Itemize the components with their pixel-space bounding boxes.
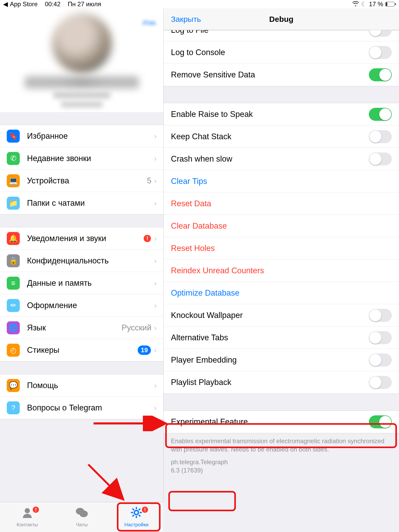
debug-row[interactable]: Remove Sensitive Data [164, 64, 399, 86]
settings-row-sticker[interactable]: ◴Стикеры19› [0, 339, 163, 361]
battery-icon [385, 2, 396, 6]
debug-row[interactable]: Reset Holes [164, 237, 399, 260]
db-icon: ≡ [7, 277, 20, 290]
debug-row[interactable]: Reindex Unread Counters [164, 260, 399, 282]
row-label: Папки с чатами [27, 198, 154, 208]
settings-row-phone[interactable]: ✆Недавние звонки› [0, 147, 163, 170]
settings-row-brush[interactable]: ✏︎Оформление› [0, 294, 163, 317]
svg-line-11 [132, 515, 134, 516]
debug-row[interactable]: Clear Database [164, 215, 399, 237]
toggle-switch[interactable] [369, 331, 392, 344]
contacts-icon [21, 507, 33, 521]
settings-row-bell[interactable]: 🔔Уведомления и звуки!› [0, 227, 163, 250]
back-to-app-icon[interactable]: ◀ [3, 1, 8, 8]
settings-row-lock[interactable]: 🔒Конфиденциальность› [0, 250, 163, 272]
row-label: Enable Raise to Speak [171, 110, 369, 119]
row-label: Clear Tips [171, 177, 392, 186]
row-label: Язык [27, 323, 122, 332]
toggle-switch[interactable] [369, 309, 392, 322]
toggle-switch[interactable] [369, 152, 392, 165]
status-time: 00:42 [45, 1, 61, 8]
status-bar: ◀ App Store 00:42 Пн 27 июля ☾ 17 % [0, 0, 399, 8]
debug-row[interactable]: Keep Chat Stack [164, 125, 399, 148]
chevron-right-icon: › [154, 381, 157, 390]
close-button[interactable]: Закрыть [171, 15, 201, 24]
settings-row-globe[interactable]: 🌐ЯзыкРусский› [0, 317, 163, 339]
debug-row[interactable]: Knockout Wallpaper [164, 304, 399, 327]
row-label: Данные и память [27, 278, 154, 288]
settings-row-chat[interactable]: 💬Помощь› [0, 374, 163, 397]
row-label: Reset Data [171, 199, 392, 208]
debug-row[interactable]: Optimize Database [164, 282, 399, 304]
toggle-switch[interactable] [369, 30, 392, 37]
row-label: Reindex Unread Counters [171, 266, 392, 275]
chevron-right-icon: › [154, 234, 157, 243]
row-label: Optimize Database [171, 288, 392, 298]
settings-row-laptop[interactable]: 💻Устройства5› [0, 170, 163, 192]
settings-master-pane: Изм. 🔖Избранное›✆Недавние звонки›💻Устрой… [0, 8, 164, 532]
settings-row-bookmark[interactable]: 🔖Избранное› [0, 125, 163, 147]
tab-label: Настройки [124, 522, 148, 528]
tab-chats[interactable]: Чаты [62, 507, 101, 528]
toggle-switch[interactable] [369, 46, 392, 59]
row-label: Clear Database [171, 221, 392, 231]
chevron-right-icon: › [154, 256, 157, 265]
row-label: Вопросы о Telegram [27, 403, 154, 413]
debug-row[interactable]: Clear Tips [164, 170, 399, 192]
settings-row-question[interactable]: ?Вопросы о Telegram› [0, 397, 163, 419]
debug-row[interactable]: Alternative Tabs [164, 327, 399, 349]
badge-icon: ! [141, 506, 149, 513]
tab-contacts[interactable]: ! Контакты [8, 507, 47, 528]
settings-row-db[interactable]: ≡Данные и память› [0, 272, 163, 294]
row-detail: Русский [122, 323, 151, 332]
toggle-switch[interactable] [369, 68, 392, 81]
row-label: Reset Holes [171, 244, 392, 253]
lock-icon: 🔒 [7, 254, 20, 267]
back-to-app-label[interactable]: App Store [10, 1, 38, 8]
row-label: Playlist Playback [171, 378, 369, 387]
row-label: Уведомления и звуки [27, 234, 144, 243]
wifi-icon [352, 1, 359, 8]
row-label: Устройства [27, 176, 147, 185]
edit-button[interactable]: Изм. [143, 19, 157, 27]
debug-row[interactable]: Crash when slow [164, 148, 399, 170]
debug-row[interactable]: Log to Console [164, 41, 399, 64]
debug-row[interactable]: Reset Data [164, 192, 399, 215]
debug-row[interactable]: Player Embedding [164, 349, 399, 371]
row-label: Player Embedding [171, 355, 369, 365]
toggle-switch[interactable] [369, 130, 392, 143]
chevron-right-icon: › [154, 132, 157, 141]
avatar[interactable] [52, 13, 112, 73]
debug-row[interactable]: Enable Raise to Speak [164, 103, 399, 125]
toggle-switch[interactable] [369, 108, 392, 121]
row-label: Стикеры [27, 345, 138, 355]
row-label: Crash when slow [171, 154, 369, 164]
toggle-switch[interactable] [369, 354, 392, 367]
phone-icon: ✆ [7, 152, 20, 165]
chevron-right-icon: › [154, 403, 157, 412]
detail-header: Закрыть Debug [164, 8, 399, 30]
chevron-right-icon: › [154, 301, 157, 310]
debug-row[interactable]: Log to File [164, 30, 399, 41]
row-label: Alternative Tabs [171, 333, 369, 342]
toggle-switch[interactable] [369, 376, 392, 389]
brush-icon: ✏︎ [7, 299, 20, 312]
settings-row-folder[interactable]: 📁Папки с чатами› [0, 192, 163, 214]
folder-icon: 📁 [7, 197, 20, 210]
row-label: Experimental Feature [171, 417, 369, 427]
chevron-right-icon: › [154, 154, 157, 163]
debug-row[interactable]: Experimental Feature [164, 411, 399, 433]
status-date: Пн 27 июля [68, 1, 101, 8]
row-label: Оформление [27, 301, 154, 310]
profile-name [25, 76, 139, 89]
annotation-highlight [168, 491, 236, 511]
tab-bar: ! Контакты Чаты ! Настройки [0, 502, 164, 532]
tab-settings[interactable]: ! Настройки [117, 507, 156, 528]
profile-header[interactable]: Изм. [0, 8, 163, 112]
laptop-icon: 💻 [7, 174, 20, 187]
debug-row[interactable]: Playlist Playback [164, 371, 399, 394]
tab-label: Контакты [17, 522, 38, 528]
chats-icon [75, 507, 88, 521]
chevron-right-icon: › [154, 279, 157, 288]
toggle-switch[interactable] [369, 415, 392, 428]
